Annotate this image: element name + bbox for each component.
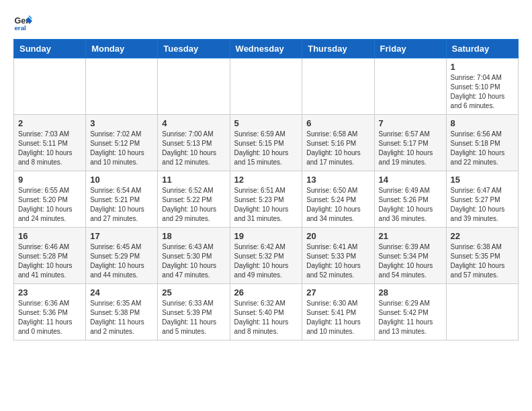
- day-info: Sunrise: 6:59 AM Sunset: 5:15 PM Dayligh…: [234, 130, 298, 167]
- day-info: Sunrise: 6:36 AM Sunset: 5:36 PM Dayligh…: [18, 299, 81, 336]
- day-number: 1: [451, 62, 514, 72]
- calendar-week-row: 9Sunrise: 6:55 AM Sunset: 5:20 PM Daylig…: [14, 171, 519, 228]
- day-info: Sunrise: 6:38 AM Sunset: 5:35 PM Dayligh…: [451, 242, 514, 280]
- day-number: 20: [306, 231, 369, 241]
- weekday-header-wednesday: Wednesday: [230, 40, 302, 58]
- day-number: 24: [90, 287, 153, 298]
- day-info: Sunrise: 6:41 AM Sunset: 5:33 PM Dayligh…: [306, 242, 369, 280]
- calendar-day-cell: 4Sunrise: 7:00 AM Sunset: 5:13 PM Daylig…: [158, 115, 230, 171]
- day-number: 15: [451, 175, 514, 185]
- calendar-week-row: 1Sunrise: 7:04 AM Sunset: 5:10 PM Daylig…: [14, 58, 519, 115]
- day-number: 23: [18, 287, 81, 298]
- day-number: 22: [451, 231, 514, 241]
- day-number: 6: [306, 118, 369, 128]
- svg-text:eral: eral: [14, 24, 26, 32]
- calendar-day-cell: 13Sunrise: 6:50 AM Sunset: 5:24 PM Dayli…: [302, 171, 374, 228]
- weekday-header-tuesday: Tuesday: [158, 40, 230, 58]
- day-info: Sunrise: 6:39 AM Sunset: 5:34 PM Dayligh…: [379, 242, 442, 280]
- day-info: Sunrise: 6:33 AM Sunset: 5:39 PM Dayligh…: [162, 299, 225, 336]
- calendar-header-row: SundayMondayTuesdayWednesdayThursdayFrid…: [14, 40, 519, 58]
- logo: Gen eral: [13, 13, 35, 32]
- calendar-day-cell: 19Sunrise: 6:42 AM Sunset: 5:32 PM Dayli…: [230, 228, 302, 284]
- day-info: Sunrise: 7:04 AM Sunset: 5:10 PM Dayligh…: [451, 73, 514, 111]
- day-number: 25: [162, 287, 225, 298]
- calendar-day-cell: 28Sunrise: 6:29 AM Sunset: 5:42 PM Dayli…: [374, 284, 446, 340]
- day-number: 3: [90, 118, 153, 128]
- day-number: 16: [18, 231, 81, 241]
- day-number: 9: [18, 175, 81, 185]
- calendar-empty-cell: [446, 284, 518, 340]
- calendar-day-cell: 22Sunrise: 6:38 AM Sunset: 5:35 PM Dayli…: [446, 228, 518, 284]
- day-info: Sunrise: 6:42 AM Sunset: 5:32 PM Dayligh…: [234, 242, 298, 280]
- calendar-day-cell: 16Sunrise: 6:46 AM Sunset: 5:28 PM Dayli…: [14, 228, 86, 284]
- calendar-day-cell: 24Sunrise: 6:35 AM Sunset: 5:38 PM Dayli…: [86, 284, 158, 340]
- day-number: 7: [379, 118, 442, 128]
- day-info: Sunrise: 6:49 AM Sunset: 5:26 PM Dayligh…: [379, 186, 442, 224]
- calendar-day-cell: 6Sunrise: 6:58 AM Sunset: 5:16 PM Daylig…: [302, 115, 374, 171]
- weekday-header-monday: Monday: [86, 40, 158, 58]
- day-number: 28: [379, 287, 442, 298]
- calendar-day-cell: 21Sunrise: 6:39 AM Sunset: 5:34 PM Dayli…: [374, 228, 446, 284]
- day-info: Sunrise: 6:35 AM Sunset: 5:38 PM Dayligh…: [90, 299, 153, 336]
- calendar-day-cell: 10Sunrise: 6:54 AM Sunset: 5:21 PM Dayli…: [86, 171, 158, 228]
- day-number: 2: [18, 118, 81, 128]
- day-info: Sunrise: 6:32 AM Sunset: 5:40 PM Dayligh…: [234, 299, 298, 336]
- calendar-empty-cell: [374, 58, 446, 115]
- calendar-day-cell: 26Sunrise: 6:32 AM Sunset: 5:40 PM Dayli…: [230, 284, 302, 340]
- calendar-day-cell: 9Sunrise: 6:55 AM Sunset: 5:20 PM Daylig…: [14, 171, 86, 228]
- day-number: 27: [306, 287, 369, 298]
- day-number: 8: [451, 118, 514, 128]
- weekday-header-saturday: Saturday: [446, 40, 518, 58]
- day-info: Sunrise: 6:56 AM Sunset: 5:18 PM Dayligh…: [451, 130, 514, 167]
- day-info: Sunrise: 6:29 AM Sunset: 5:42 PM Dayligh…: [379, 299, 442, 336]
- day-info: Sunrise: 6:50 AM Sunset: 5:24 PM Dayligh…: [306, 186, 369, 224]
- calendar-day-cell: 3Sunrise: 7:02 AM Sunset: 5:12 PM Daylig…: [86, 115, 158, 171]
- day-info: Sunrise: 6:47 AM Sunset: 5:27 PM Dayligh…: [451, 186, 514, 224]
- day-info: Sunrise: 6:46 AM Sunset: 5:28 PM Dayligh…: [18, 242, 81, 280]
- day-info: Sunrise: 6:52 AM Sunset: 5:22 PM Dayligh…: [162, 186, 225, 224]
- calendar-day-cell: 1Sunrise: 7:04 AM Sunset: 5:10 PM Daylig…: [446, 58, 518, 115]
- day-info: Sunrise: 6:54 AM Sunset: 5:21 PM Dayligh…: [90, 186, 153, 224]
- day-number: 14: [379, 175, 442, 185]
- calendar-day-cell: 2Sunrise: 7:03 AM Sunset: 5:11 PM Daylig…: [14, 115, 86, 171]
- calendar-day-cell: 15Sunrise: 6:47 AM Sunset: 5:27 PM Dayli…: [446, 171, 518, 228]
- calendar-day-cell: 7Sunrise: 6:57 AM Sunset: 5:17 PM Daylig…: [374, 115, 446, 171]
- calendar-week-row: 2Sunrise: 7:03 AM Sunset: 5:11 PM Daylig…: [14, 115, 519, 171]
- calendar-day-cell: 12Sunrise: 6:51 AM Sunset: 5:23 PM Dayli…: [230, 171, 302, 228]
- calendar-empty-cell: [86, 58, 158, 115]
- day-number: 4: [162, 118, 225, 128]
- page-header: Gen eral: [13, 13, 519, 32]
- day-info: Sunrise: 6:57 AM Sunset: 5:17 PM Dayligh…: [379, 130, 442, 167]
- day-info: Sunrise: 6:55 AM Sunset: 5:20 PM Dayligh…: [18, 186, 81, 224]
- day-number: 21: [379, 231, 442, 241]
- day-number: 13: [306, 175, 369, 185]
- day-info: Sunrise: 7:02 AM Sunset: 5:12 PM Dayligh…: [90, 130, 153, 167]
- calendar-day-cell: 18Sunrise: 6:43 AM Sunset: 5:30 PM Dayli…: [158, 228, 230, 284]
- day-info: Sunrise: 7:00 AM Sunset: 5:13 PM Dayligh…: [162, 130, 225, 167]
- day-info: Sunrise: 6:43 AM Sunset: 5:30 PM Dayligh…: [162, 242, 225, 280]
- day-number: 17: [90, 231, 153, 241]
- day-number: 11: [162, 175, 225, 185]
- calendar-empty-cell: [158, 58, 230, 115]
- day-info: Sunrise: 7:03 AM Sunset: 5:11 PM Dayligh…: [18, 130, 81, 167]
- day-info: Sunrise: 6:58 AM Sunset: 5:16 PM Dayligh…: [306, 130, 369, 167]
- day-number: 10: [90, 175, 153, 185]
- calendar-day-cell: 17Sunrise: 6:45 AM Sunset: 5:29 PM Dayli…: [86, 228, 158, 284]
- calendar-day-cell: 14Sunrise: 6:49 AM Sunset: 5:26 PM Dayli…: [374, 171, 446, 228]
- day-number: 12: [234, 175, 298, 185]
- logo-icon: Gen eral: [13, 13, 32, 32]
- calendar-empty-cell: [302, 58, 374, 115]
- calendar-day-cell: 11Sunrise: 6:52 AM Sunset: 5:22 PM Dayli…: [158, 171, 230, 228]
- day-info: Sunrise: 6:51 AM Sunset: 5:23 PM Dayligh…: [234, 186, 298, 224]
- day-info: Sunrise: 6:45 AM Sunset: 5:29 PM Dayligh…: [90, 242, 153, 280]
- day-number: 5: [234, 118, 298, 128]
- calendar-empty-cell: [230, 58, 302, 115]
- calendar-table: SundayMondayTuesdayWednesdayThursdayFrid…: [13, 39, 519, 340]
- weekday-header-thursday: Thursday: [302, 40, 374, 58]
- day-number: 26: [234, 287, 298, 298]
- calendar-day-cell: 8Sunrise: 6:56 AM Sunset: 5:18 PM Daylig…: [446, 115, 518, 171]
- calendar-day-cell: 23Sunrise: 6:36 AM Sunset: 5:36 PM Dayli…: [14, 284, 86, 340]
- day-number: 18: [162, 231, 225, 241]
- calendar-day-cell: 25Sunrise: 6:33 AM Sunset: 5:39 PM Dayli…: [158, 284, 230, 340]
- calendar-empty-cell: [14, 58, 86, 115]
